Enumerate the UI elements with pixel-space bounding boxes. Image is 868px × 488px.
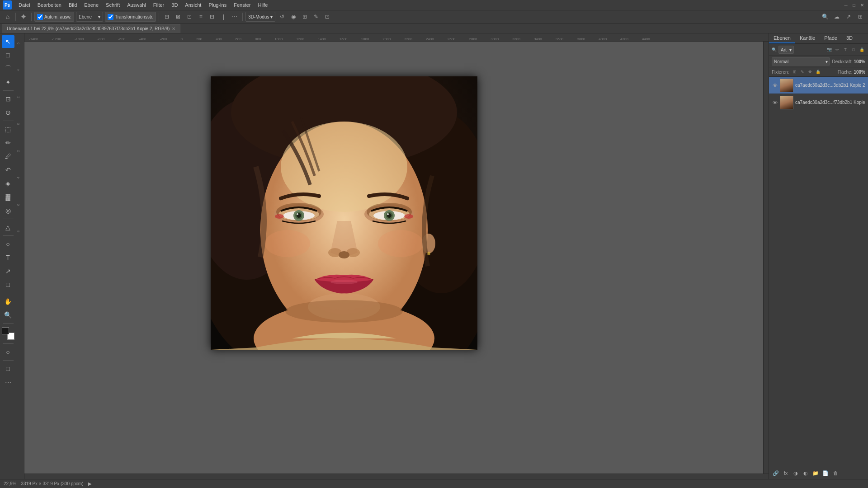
menu-auswahl[interactable]: Auswahl [124, 1, 149, 9]
history-brush-tool[interactable]: ↶ [2, 164, 14, 176]
align-top-btn[interactable]: ≡ [196, 12, 206, 22]
menu-hilfe[interactable]: Hilfe [255, 1, 271, 9]
color-swatches[interactable] [2, 327, 14, 340]
window-controls: ─ □ ✕ [843, 2, 865, 8]
3d-roll-btn[interactable]: ◉ [288, 12, 298, 22]
filter-pixel-icon[interactable]: 📷 [826, 46, 833, 53]
3d-pan-btn[interactable]: ⊞ [300, 12, 310, 22]
fill-pct-value[interactable]: 100% [854, 70, 865, 75]
tab-ebenen[interactable]: Ebenen [769, 33, 795, 43]
pen-tool[interactable]: ○ [2, 238, 14, 250]
layer-item-1[interactable]: 👁 ca7aedc30a2d3c...3db2b1 Kopie 2 [769, 77, 868, 94]
share-icon-btn[interactable]: ↗ [844, 12, 854, 22]
3d-scale-btn[interactable]: ⊡ [322, 12, 332, 22]
selection-rect-tool[interactable]: □ [2, 49, 14, 61]
menu-ebene[interactable]: Ebene [81, 1, 102, 9]
move-tool[interactable]: ↖ [2, 35, 14, 48]
align-right-btn[interactable]: ⊡ [184, 12, 194, 22]
path-selection-tool[interactable]: ↗ [2, 265, 14, 277]
layer-item-2[interactable]: 👁 ca7aedc30a2d3c...f73db2b1 Kopie [769, 94, 868, 111]
panel-icon-btn[interactable]: ⊞ [855, 12, 865, 22]
move-tool-btn[interactable]: ✥ [19, 12, 28, 22]
healing-brush-tool[interactable]: ⬚ [2, 123, 14, 136]
filter-adjust-icon[interactable]: ✏ [834, 46, 841, 53]
hand-tool[interactable]: ✋ [2, 295, 14, 308]
3d-slide-btn[interactable]: ✎ [311, 12, 321, 22]
menu-filter[interactable]: Filter [150, 1, 167, 9]
filter-smart-icon[interactable]: 🔒 [858, 46, 865, 53]
menu-bearbeiten[interactable]: Bearbeiten [34, 1, 65, 9]
lock-all-icon[interactable]: ⊞ [792, 69, 798, 75]
gradient-tool[interactable]: ▓ [2, 191, 14, 203]
search-icon-btn[interactable]: 🔍 [820, 12, 830, 22]
lock-art-icon[interactable]: ✎ [799, 69, 806, 75]
zoom-tool[interactable]: 🔍 [2, 309, 14, 321]
lock-layer-icon[interactable]: 🔒 [815, 69, 821, 75]
menu-ansicht[interactable]: Ansicht [182, 1, 204, 9]
blend-mode-dropdown[interactable]: Normal ▾ [772, 57, 830, 66]
minimize-button[interactable]: ─ [843, 2, 849, 8]
transform-btn[interactable]: Transformationsstr. [105, 12, 156, 22]
align-left-btn[interactable]: ⊟ [162, 12, 172, 22]
status-bar: 22,9% 3319 Px × 3319 Px (300 ppcm) ▶ [0, 479, 868, 488]
blur-tool[interactable]: ◎ [2, 204, 14, 217]
tab-pfade[interactable]: Pfade [820, 33, 842, 43]
document-tab[interactable]: Unbenannt-1 bei 22,9% (ca7aedc30a2d3c90d… [2, 24, 180, 33]
brush-tool[interactable]: ✏ [2, 136, 14, 149]
shape-tool[interactable]: □ [2, 278, 14, 291]
foreground-color[interactable] [2, 327, 9, 334]
layer-2-visibility-icon[interactable]: 👁 [772, 99, 778, 106]
crop-tool[interactable]: ⊡ [2, 93, 14, 105]
delete-layer-btn[interactable]: 🗑 [831, 469, 840, 477]
horizontal-scrollbar[interactable] [24, 474, 769, 479]
tab-kanaele[interactable]: Kanäle [795, 33, 820, 43]
align-bottom-btn[interactable]: | [218, 12, 228, 22]
lasso-tool[interactable]: ⌒ [2, 62, 14, 75]
link-layers-btn[interactable]: 🔗 [772, 469, 780, 477]
transform-checkbox[interactable] [108, 14, 113, 20]
new-group-btn[interactable]: 📁 [811, 469, 820, 477]
3d-rotate-btn[interactable]: ↺ [277, 12, 287, 22]
opacity-value[interactable]: 100% [854, 59, 865, 64]
layer-dropdown[interactable]: Ebene ▾ [76, 12, 103, 22]
cloud-icon-btn[interactable]: ☁ [832, 12, 842, 22]
home-button[interactable]: ⌂ [3, 12, 13, 22]
canvas-area[interactable]: -1400 -1200 -1000 -800 -600 -400 -200 0 … [16, 33, 769, 479]
clone-stamp-tool[interactable]: 🖊 [2, 150, 14, 163]
adjustment-layer-btn[interactable]: ◐ [802, 469, 810, 477]
status-nav-arrow[interactable]: ▶ [88, 481, 92, 486]
menu-3d[interactable]: 3D [168, 1, 181, 9]
tab-3d[interactable]: 3D [842, 33, 857, 43]
close-button[interactable]: ✕ [859, 2, 865, 8]
text-tool[interactable]: T [2, 251, 14, 264]
eraser-tool[interactable]: ◈ [2, 177, 14, 190]
filter-shape-icon[interactable]: □ [850, 46, 857, 53]
new-layer-btn[interactable]: 📄 [821, 469, 830, 477]
quick-select-tool[interactable]: ✦ [2, 76, 14, 89]
filter-text-icon[interactable]: T [842, 46, 849, 53]
auto-select-checkbox[interactable] [37, 14, 43, 20]
menu-bild[interactable]: Bild [66, 1, 80, 9]
menu-datei[interactable]: Datei [15, 1, 33, 9]
eyedropper-tool[interactable]: ⊙ [2, 106, 14, 119]
layer-effects-btn[interactable]: fx [782, 469, 790, 477]
align-center-btn[interactable]: ⊠ [173, 12, 183, 22]
distribute-btn[interactable]: ⋯ [230, 12, 240, 22]
menu-schrift[interactable]: Schrift [103, 1, 123, 9]
screen-mode-btn[interactable]: □ [2, 362, 14, 375]
menu-fenster[interactable]: Fenster [231, 1, 254, 9]
align-mid-btn[interactable]: ⊟ [207, 12, 217, 22]
lock-pos-icon[interactable]: ✥ [807, 69, 813, 75]
vertical-scrollbar[interactable] [763, 42, 769, 474]
layer-mask-btn[interactable]: ◑ [792, 469, 800, 477]
tab-close-btn[interactable]: ✕ [172, 26, 175, 31]
maximize-button[interactable]: □ [851, 2, 857, 8]
extras-btn[interactable]: ⋯ [2, 376, 14, 389]
menu-plugins[interactable]: Plug-ins [205, 1, 230, 9]
quick-mask-tool[interactable]: ○ [2, 346, 14, 358]
3d-mode-dropdown[interactable]: 3D-Modus ▾ [245, 12, 275, 22]
filter-type-dropdown[interactable]: Art ▾ [778, 46, 794, 54]
layer-1-visibility-icon[interactable]: 👁 [772, 82, 778, 89]
dodge-tool[interactable]: △ [2, 221, 14, 234]
auto-select-btn[interactable]: Autom. ausw. [34, 12, 74, 22]
